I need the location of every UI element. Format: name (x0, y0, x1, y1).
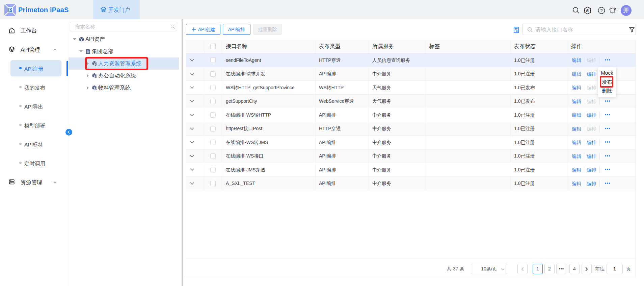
svg-text:?: ? (600, 8, 602, 13)
svg-text:P: P (9, 8, 11, 13)
svg-text:AI: AI (586, 9, 589, 13)
